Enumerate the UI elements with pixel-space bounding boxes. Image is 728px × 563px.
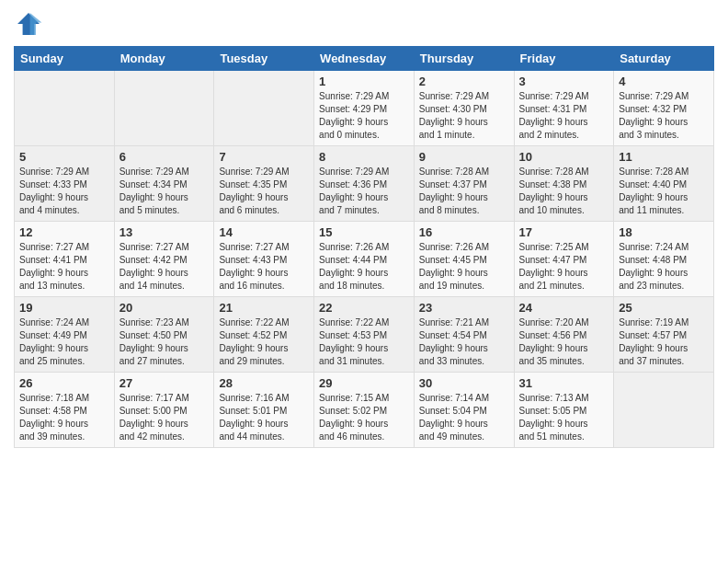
- calendar-table: SundayMondayTuesdayWednesdayThursdayFrid…: [14, 46, 714, 448]
- calendar-week-1: 1Sunrise: 7:29 AM Sunset: 4:29 PM Daylig…: [15, 71, 714, 146]
- calendar-cell: 9Sunrise: 7:28 AM Sunset: 4:37 PM Daylig…: [414, 146, 514, 222]
- day-number: 6: [119, 150, 210, 164]
- calendar-cell: 23Sunrise: 7:21 AM Sunset: 4:54 PM Dayli…: [414, 297, 514, 373]
- day-info: Sunrise: 7:20 AM Sunset: 4:56 PM Dayligh…: [519, 316, 609, 368]
- day-number: 24: [519, 301, 609, 315]
- calendar-cell: [614, 373, 714, 448]
- day-info: Sunrise: 7:22 AM Sunset: 4:52 PM Dayligh…: [219, 316, 309, 368]
- day-info: Sunrise: 7:29 AM Sunset: 4:30 PM Dayligh…: [419, 90, 509, 142]
- day-info: Sunrise: 7:27 AM Sunset: 4:41 PM Dayligh…: [19, 241, 109, 293]
- calendar-week-5: 26Sunrise: 7:18 AM Sunset: 4:58 PM Dayli…: [15, 373, 714, 448]
- calendar-cell: 11Sunrise: 7:28 AM Sunset: 4:40 PM Dayli…: [614, 146, 714, 222]
- col-header-saturday: Saturday: [614, 47, 714, 71]
- calendar-cell: [214, 71, 314, 146]
- day-info: Sunrise: 7:16 AM Sunset: 5:01 PM Dayligh…: [219, 392, 309, 443]
- day-number: 8: [319, 150, 409, 164]
- day-info: Sunrise: 7:27 AM Sunset: 4:42 PM Dayligh…: [119, 241, 210, 293]
- day-info: Sunrise: 7:29 AM Sunset: 4:34 PM Dayligh…: [119, 166, 210, 217]
- day-number: 21: [219, 301, 309, 315]
- calendar-cell: 25Sunrise: 7:19 AM Sunset: 4:57 PM Dayli…: [614, 297, 714, 373]
- day-number: 23: [419, 301, 509, 315]
- calendar-cell: 1Sunrise: 7:29 AM Sunset: 4:29 PM Daylig…: [314, 71, 415, 146]
- day-number: 17: [519, 225, 609, 239]
- day-info: Sunrise: 7:17 AM Sunset: 5:00 PM Dayligh…: [119, 392, 210, 443]
- day-info: Sunrise: 7:26 AM Sunset: 4:45 PM Dayligh…: [419, 241, 509, 293]
- header: [14, 9, 714, 39]
- calendar-week-4: 19Sunrise: 7:24 AM Sunset: 4:49 PM Dayli…: [15, 297, 714, 373]
- page-container: SundayMondayTuesdayWednesdayThursdayFrid…: [0, 0, 728, 462]
- col-header-monday: Monday: [114, 47, 214, 71]
- calendar-cell: [114, 71, 214, 146]
- day-number: 22: [319, 301, 409, 315]
- day-info: Sunrise: 7:28 AM Sunset: 4:37 PM Dayligh…: [419, 166, 509, 217]
- calendar-cell: 27Sunrise: 7:17 AM Sunset: 5:00 PM Dayli…: [114, 373, 214, 448]
- calendar-cell: 20Sunrise: 7:23 AM Sunset: 4:50 PM Dayli…: [114, 297, 214, 373]
- day-number: 30: [419, 376, 509, 390]
- day-info: Sunrise: 7:28 AM Sunset: 4:40 PM Dayligh…: [619, 166, 709, 217]
- day-number: 13: [119, 225, 210, 239]
- day-number: 31: [519, 376, 609, 390]
- calendar-cell: 29Sunrise: 7:15 AM Sunset: 5:02 PM Dayli…: [314, 373, 415, 448]
- calendar-week-3: 12Sunrise: 7:27 AM Sunset: 4:41 PM Dayli…: [15, 222, 714, 297]
- day-info: Sunrise: 7:22 AM Sunset: 4:53 PM Dayligh…: [319, 316, 409, 368]
- calendar-cell: 13Sunrise: 7:27 AM Sunset: 4:42 PM Dayli…: [114, 222, 214, 297]
- col-header-tuesday: Tuesday: [214, 47, 314, 71]
- day-info: Sunrise: 7:29 AM Sunset: 4:31 PM Dayligh…: [519, 90, 609, 142]
- day-number: 10: [519, 150, 609, 164]
- day-number: 9: [419, 150, 509, 164]
- calendar-cell: 26Sunrise: 7:18 AM Sunset: 4:58 PM Dayli…: [15, 373, 115, 448]
- calendar-cell: 16Sunrise: 7:26 AM Sunset: 4:45 PM Dayli…: [414, 222, 514, 297]
- day-info: Sunrise: 7:21 AM Sunset: 4:54 PM Dayligh…: [419, 316, 509, 368]
- day-number: 29: [319, 376, 409, 390]
- col-header-wednesday: Wednesday: [314, 47, 415, 71]
- calendar-cell: 22Sunrise: 7:22 AM Sunset: 4:53 PM Dayli…: [314, 297, 415, 373]
- day-info: Sunrise: 7:29 AM Sunset: 4:36 PM Dayligh…: [319, 166, 409, 217]
- day-info: Sunrise: 7:24 AM Sunset: 4:49 PM Dayligh…: [19, 316, 109, 368]
- day-number: 1: [319, 75, 409, 88]
- day-number: 12: [19, 225, 109, 239]
- day-info: Sunrise: 7:27 AM Sunset: 4:43 PM Dayligh…: [219, 241, 309, 293]
- day-number: 20: [119, 301, 210, 315]
- calendar-cell: 2Sunrise: 7:29 AM Sunset: 4:30 PM Daylig…: [414, 71, 514, 146]
- day-number: 28: [219, 376, 309, 390]
- day-info: Sunrise: 7:29 AM Sunset: 4:33 PM Dayligh…: [19, 166, 109, 217]
- logo: [14, 9, 47, 39]
- svg-marker-0: [17, 13, 40, 35]
- calendar-cell: 21Sunrise: 7:22 AM Sunset: 4:52 PM Dayli…: [214, 297, 314, 373]
- day-info: Sunrise: 7:24 AM Sunset: 4:48 PM Dayligh…: [619, 241, 709, 293]
- day-number: 11: [619, 150, 709, 164]
- calendar-cell: 24Sunrise: 7:20 AM Sunset: 4:56 PM Dayli…: [514, 297, 614, 373]
- calendar-week-2: 5Sunrise: 7:29 AM Sunset: 4:33 PM Daylig…: [15, 146, 714, 222]
- day-number: 27: [119, 376, 210, 390]
- day-number: 19: [19, 301, 109, 315]
- day-number: 5: [19, 150, 109, 164]
- calendar-cell: 30Sunrise: 7:14 AM Sunset: 5:04 PM Dayli…: [414, 373, 514, 448]
- svg-marker-1: [30, 13, 42, 35]
- calendar-cell: 19Sunrise: 7:24 AM Sunset: 4:49 PM Dayli…: [15, 297, 115, 373]
- day-info: Sunrise: 7:25 AM Sunset: 4:47 PM Dayligh…: [519, 241, 609, 293]
- day-number: 3: [519, 75, 609, 88]
- day-info: Sunrise: 7:29 AM Sunset: 4:32 PM Dayligh…: [619, 90, 709, 142]
- calendar-cell: 7Sunrise: 7:29 AM Sunset: 4:35 PM Daylig…: [214, 146, 314, 222]
- day-number: 4: [619, 75, 709, 88]
- day-info: Sunrise: 7:14 AM Sunset: 5:04 PM Dayligh…: [419, 392, 509, 443]
- calendar-cell: 31Sunrise: 7:13 AM Sunset: 5:05 PM Dayli…: [514, 373, 614, 448]
- calendar-cell: 3Sunrise: 7:29 AM Sunset: 4:31 PM Daylig…: [514, 71, 614, 146]
- calendar-cell: 5Sunrise: 7:29 AM Sunset: 4:33 PM Daylig…: [15, 146, 115, 222]
- col-header-friday: Friday: [514, 47, 614, 71]
- calendar-cell: 12Sunrise: 7:27 AM Sunset: 4:41 PM Dayli…: [15, 222, 115, 297]
- logo-icon: [14, 9, 43, 39]
- day-info: Sunrise: 7:28 AM Sunset: 4:38 PM Dayligh…: [519, 166, 609, 217]
- day-number: 25: [619, 301, 709, 315]
- day-info: Sunrise: 7:23 AM Sunset: 4:50 PM Dayligh…: [119, 316, 210, 368]
- day-number: 14: [219, 225, 309, 239]
- day-info: Sunrise: 7:29 AM Sunset: 4:35 PM Dayligh…: [219, 166, 309, 217]
- day-number: 15: [319, 225, 409, 239]
- calendar-cell: 15Sunrise: 7:26 AM Sunset: 4:44 PM Dayli…: [314, 222, 415, 297]
- calendar-cell: 17Sunrise: 7:25 AM Sunset: 4:47 PM Dayli…: [514, 222, 614, 297]
- col-header-thursday: Thursday: [414, 47, 514, 71]
- calendar-cell: 28Sunrise: 7:16 AM Sunset: 5:01 PM Dayli…: [214, 373, 314, 448]
- day-info: Sunrise: 7:15 AM Sunset: 5:02 PM Dayligh…: [319, 392, 409, 443]
- calendar-cell: 18Sunrise: 7:24 AM Sunset: 4:48 PM Dayli…: [614, 222, 714, 297]
- calendar-cell: [15, 71, 115, 146]
